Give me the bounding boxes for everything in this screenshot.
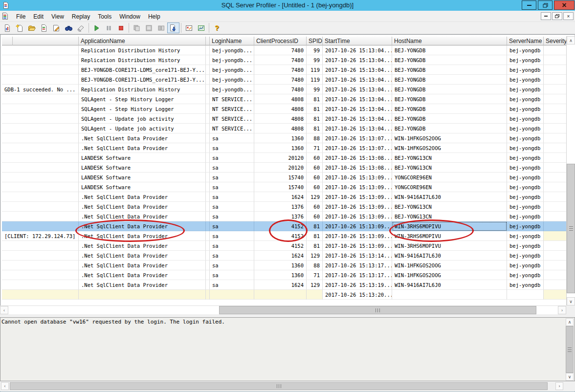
cell-sliver — [206, 163, 210, 173]
open-trace-button[interactable] — [26, 22, 38, 33]
cell-host: BEJ-YONGDB — [392, 75, 507, 85]
table-row[interactable]: Replication Distribution Historybej-yong… — [2, 45, 567, 55]
table-row[interactable]: LANDESK Softwaresa20120602017-10-26 15:1… — [2, 163, 567, 173]
pause-replay-button[interactable] — [103, 22, 115, 33]
horizontal-scrollbar-thumb[interactable] — [219, 306, 536, 314]
column-header-blank[interactable] — [206, 37, 210, 45]
table-row[interactable]: .Net SqlClient Data Providersa4152812017… — [2, 221, 567, 231]
horizontal-scrollbar-thumb[interactable] — [10, 382, 548, 390]
menu-item-help[interactable]: Help — [144, 12, 164, 22]
mdi-minimize-button[interactable] — [541, 12, 551, 20]
scroll-left-arrow-icon[interactable]: ‹ — [1, 382, 9, 390]
view-options-button[interactable] — [183, 22, 195, 33]
column-header-servername[interactable]: ServerName — [507, 37, 544, 45]
vertical-scrollbar-thumb[interactable] — [567, 164, 575, 293]
mdi-restore-button[interactable] — [552, 12, 562, 20]
help-button[interactable]: ? — [211, 22, 223, 33]
cell-sev — [544, 133, 567, 143]
cell-app: BEJ-YONGDB-CORE171-LDMS_core171-BEJ-Y... — [79, 75, 206, 85]
table-row[interactable]: .Net SqlClient Data Providersa1360882017… — [2, 261, 567, 270]
close-button[interactable]: × — [554, 0, 575, 10]
table-row[interactable]: .Net SqlClient Data Providersa4152812017… — [2, 241, 567, 251]
menu-item-edit[interactable]: Edit — [29, 12, 47, 22]
mdi-close-button[interactable]: × — [563, 12, 574, 20]
detail-horizontal-scrollbar[interactable]: ‹ › — [0, 381, 575, 391]
menu-item-file[interactable]: File — [12, 12, 29, 22]
find-button[interactable] — [63, 22, 75, 33]
table-row[interactable]: LANDESK Softwaresa15740602017-10-26 15:1… — [2, 173, 567, 182]
table-row[interactable]: 2017-10-26 15:13:20... — [2, 290, 567, 300]
column-header-hostname[interactable]: HostName — [392, 37, 507, 45]
run-to-cursor-button[interactable] — [143, 22, 155, 33]
table-row[interactable]: .Net SqlClient Data Providersa1376602017… — [2, 202, 567, 212]
scroll-down-arrow-icon[interactable]: ∨ — [567, 297, 575, 305]
column-header-blank[interactable] — [2, 37, 13, 45]
properties-button[interactable] — [50, 22, 63, 33]
scroll-left-arrow-icon[interactable]: ‹ — [0, 306, 8, 314]
scroll-right-arrow-icon[interactable]: › — [555, 382, 563, 390]
table-row[interactable]: GDB-1 succeeded. No ...Replication Distr… — [2, 85, 567, 94]
table-row[interactable]: SQLAgent - Update job activityNT SERVICE… — [2, 114, 567, 124]
cell-sliver — [206, 94, 210, 104]
scroll-down-arrow-icon[interactable]: ∨ — [566, 373, 574, 381]
auto-scroll-button[interactable] — [167, 22, 179, 33]
table-row[interactable]: SQLAgent - Step History LoggerNT SERVICE… — [2, 94, 567, 104]
table-row[interactable]: [CLIENT: 172.29.124.73].Net SqlClient Da… — [2, 231, 567, 241]
cell-sliver — [206, 192, 210, 202]
cell-app: LANDESK Software — [79, 173, 206, 182]
organize-columns-button[interactable] — [195, 22, 207, 33]
table-row[interactable]: .Net SqlClient Data Providersa1376602017… — [2, 212, 567, 221]
column-header-starttime[interactable]: StartTime — [323, 37, 392, 45]
table-row[interactable]: SQLAgent - Update job activityNT SERVICE… — [2, 124, 567, 133]
column-header-applicationname[interactable]: ApplicationName — [79, 37, 206, 45]
grid-vertical-scrollbar[interactable]: ∧ ∨ — [566, 36, 575, 305]
start-replay-button[interactable] — [90, 22, 103, 33]
toggle-breakpoint-button[interactable] — [155, 22, 167, 33]
grid-horizontal-scrollbar[interactable]: ‹ › — [0, 305, 566, 314]
cell-spid: 88 — [307, 133, 323, 143]
column-header-severity[interactable]: Severity — [544, 37, 567, 45]
scroll-up-arrow-icon[interactable]: ∧ — [567, 36, 575, 44]
cell-sliver — [206, 241, 210, 251]
stop-replay-button[interactable] — [115, 22, 127, 33]
save-trace-button[interactable] — [38, 22, 50, 33]
table-row[interactable]: .Net SqlClient Data Providersa1624129201… — [2, 251, 567, 261]
table-row[interactable]: Replication Distribution Historybej-yong… — [2, 55, 567, 65]
cell-start: 2017-10-26 15:13:04... — [323, 45, 392, 55]
table-row[interactable]: BEJ-YONGDB-CORE171-LDMS_core171-BEJ-Y...… — [2, 75, 567, 85]
event-detail-panel[interactable]: Cannot open database "vw16" requested by… — [0, 317, 575, 381]
table-row[interactable]: .Net SqlClient Data Providersa1360882017… — [2, 133, 567, 143]
cell-server: bej-yongdb — [507, 173, 544, 182]
vertical-scrollbar-thumb[interactable] — [566, 326, 574, 373]
detail-vertical-scrollbar[interactable]: ∧ ∨ — [566, 318, 574, 381]
menu-item-replay[interactable]: Replay — [68, 12, 94, 22]
cell-spid: 71 — [307, 143, 323, 153]
table-row[interactable]: .Net SqlClient Data Providersa1360712017… — [2, 143, 567, 153]
table-row[interactable]: .Net SqlClient Data Providersa1624129201… — [2, 280, 567, 290]
column-header-loginname[interactable]: LoginName — [210, 37, 254, 45]
cell-host: WIN-1HFKGOS2OOG — [392, 133, 507, 143]
restore-button[interactable] — [538, 0, 553, 10]
scroll-right-arrow-icon[interactable]: › — [558, 306, 566, 314]
cell-spid: 60 — [307, 173, 323, 182]
menu-item-tools[interactable]: Tools — [94, 12, 115, 22]
table-row[interactable]: LANDESK Softwaresa20120602017-10-26 15:1… — [2, 153, 567, 163]
menu-item-window[interactable]: Window — [115, 12, 144, 22]
column-header-blank[interactable] — [13, 37, 79, 45]
cell-start: 2017-10-26 15:13:19... — [323, 280, 392, 290]
new-trace-button[interactable] — [1, 22, 14, 33]
table-row[interactable]: SQLAgent - Step History LoggerNT SERVICE… — [2, 104, 567, 114]
scroll-up-arrow-icon[interactable]: ∧ — [566, 318, 574, 326]
minimize-button[interactable] — [522, 0, 536, 10]
column-header-spid[interactable]: SPID — [307, 37, 323, 45]
new-trace-from-template-button[interactable] — [14, 22, 26, 33]
table-row[interactable]: .Net SqlClient Data Providersa1624129201… — [2, 192, 567, 202]
table-row[interactable]: LANDESK Softwaresa15740602017-10-26 15:1… — [2, 182, 567, 192]
cell-server: bej-yongdb — [507, 104, 544, 114]
menu-item-view[interactable]: View — [47, 12, 68, 22]
clear-trace-button[interactable] — [75, 22, 87, 33]
table-row[interactable]: BEJ-YONGDB-CORE171-LDMS_core171-BEJ-Y...… — [2, 65, 567, 75]
table-row[interactable]: .Net SqlClient Data Providersa1360712017… — [2, 270, 567, 280]
execute-one-step-button[interactable] — [131, 22, 143, 33]
column-header-clientprocessid[interactable]: ClientProcessID — [254, 37, 307, 45]
